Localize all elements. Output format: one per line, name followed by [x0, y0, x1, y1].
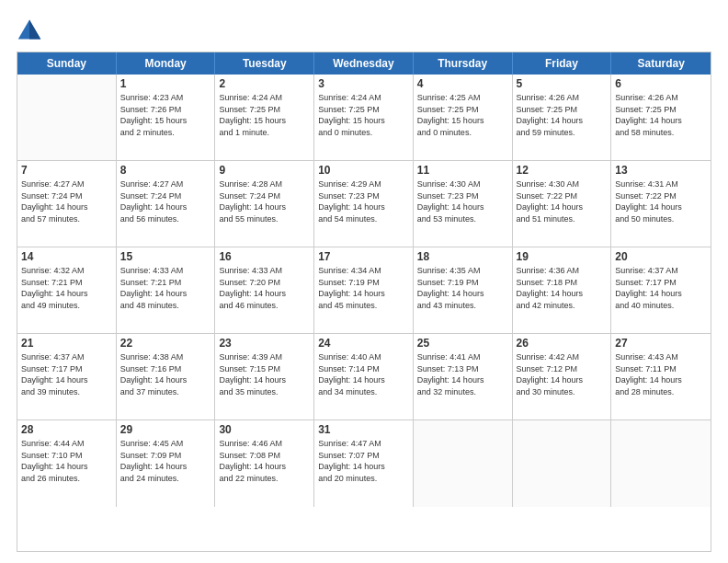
calendar-cell: 5Sunrise: 4:26 AMSunset: 7:25 PMDaylight…: [513, 75, 612, 161]
cell-info-line: Sunset: 7:19 PM: [417, 277, 508, 289]
cell-info-line: Sunset: 7:17 PM: [615, 277, 707, 289]
cell-info-line: Sunrise: 4:23 AM: [120, 92, 211, 104]
day-number: 1: [120, 77, 211, 90]
cell-info-line: and 22 minutes.: [219, 473, 310, 485]
day-number: 13: [615, 164, 707, 177]
cell-info-line: Sunset: 7:25 PM: [219, 104, 310, 116]
cell-info-line: Sunset: 7:07 PM: [318, 450, 409, 462]
cell-info-line: Daylight: 15 hours: [219, 115, 310, 127]
day-number: 6: [615, 77, 707, 90]
day-number: 25: [417, 337, 508, 350]
cell-info-line: Sunset: 7:08 PM: [219, 450, 310, 462]
cell-info-line: Daylight: 14 hours: [219, 374, 310, 386]
cell-info-line: Sunset: 7:24 PM: [120, 190, 211, 202]
calendar-cell: 30Sunrise: 4:46 AMSunset: 7:08 PMDayligh…: [215, 420, 314, 507]
day-number: 18: [417, 250, 508, 263]
day-number: 16: [219, 250, 310, 263]
calendar-cell: 3Sunrise: 4:24 AMSunset: 7:25 PMDaylight…: [314, 75, 414, 161]
calendar-cell: 4Sunrise: 4:25 AMSunset: 7:25 PMDaylight…: [414, 75, 513, 161]
cell-info-line: Sunset: 7:09 PM: [120, 450, 211, 462]
weekday-header: Sunday: [17, 52, 117, 75]
cell-info-line: Daylight: 14 hours: [120, 374, 211, 386]
day-number: 31: [318, 423, 409, 436]
calendar-cell: 8Sunrise: 4:27 AMSunset: 7:24 PMDaylight…: [117, 161, 216, 247]
cell-info-line: and 56 minutes.: [120, 213, 211, 225]
svg-marker-1: [29, 20, 40, 40]
cell-info-line: Daylight: 15 hours: [120, 115, 211, 127]
cell-info-line: Sunset: 7:23 PM: [417, 190, 508, 202]
cell-info-line: Sunrise: 4:43 AM: [615, 351, 707, 363]
cell-info-line: Sunrise: 4:26 AM: [517, 92, 608, 104]
cell-info-line: Sunrise: 4:33 AM: [219, 265, 310, 277]
calendar-cell: 18Sunrise: 4:35 AMSunset: 7:19 PMDayligh…: [414, 247, 513, 334]
day-number: 28: [21, 423, 112, 436]
calendar-cell: [513, 420, 612, 507]
cell-info-line: Sunset: 7:15 PM: [219, 363, 310, 375]
cell-info-line: and 40 minutes.: [615, 300, 707, 312]
cell-info-line: Sunset: 7:24 PM: [21, 190, 112, 202]
cell-info-line: Sunset: 7:20 PM: [219, 277, 310, 289]
cell-info-line: Sunrise: 4:46 AM: [219, 438, 310, 450]
cell-info-line: Sunset: 7:10 PM: [21, 450, 112, 462]
cell-info-line: Sunrise: 4:37 AM: [21, 351, 112, 363]
page: SundayMondayTuesdayWednesdayThursdayFrid…: [0, 0, 728, 563]
day-number: 22: [120, 337, 211, 350]
cell-info-line: Daylight: 14 hours: [615, 374, 707, 386]
cell-info-line: and 1 minute.: [219, 127, 310, 139]
cell-info-line: Sunset: 7:13 PM: [417, 363, 508, 375]
day-number: 27: [615, 337, 707, 350]
cell-info-line: Daylight: 14 hours: [318, 201, 409, 213]
cell-info-line: Sunrise: 4:27 AM: [21, 178, 112, 190]
cell-info-line: Daylight: 14 hours: [615, 201, 707, 213]
day-number: 20: [615, 250, 707, 263]
calendar-cell: 29Sunrise: 4:45 AMSunset: 7:09 PMDayligh…: [117, 420, 216, 507]
cell-info-line: Sunset: 7:25 PM: [615, 104, 707, 116]
cell-info-line: Sunset: 7:19 PM: [318, 277, 409, 289]
cell-info-line: Sunset: 7:18 PM: [517, 277, 608, 289]
day-number: 9: [219, 164, 310, 177]
cell-info-line: Sunrise: 4:32 AM: [21, 265, 112, 277]
cell-info-line: and 43 minutes.: [417, 300, 508, 312]
cell-info-line: Daylight: 14 hours: [318, 288, 409, 300]
cell-info-line: Daylight: 14 hours: [417, 201, 508, 213]
cell-info-line: Daylight: 14 hours: [417, 288, 508, 300]
calendar-cell: 1Sunrise: 4:23 AMSunset: 7:26 PMDaylight…: [117, 75, 216, 161]
weekday-header: Saturday: [611, 52, 711, 75]
cell-info-line: Daylight: 14 hours: [615, 115, 707, 127]
cell-info-line: Sunrise: 4:27 AM: [120, 178, 211, 190]
day-number: 30: [219, 423, 310, 436]
calendar-cell: 28Sunrise: 4:44 AMSunset: 7:10 PMDayligh…: [17, 420, 117, 507]
calendar-cell: 11Sunrise: 4:30 AMSunset: 7:23 PMDayligh…: [414, 161, 513, 247]
cell-info-line: Sunset: 7:12 PM: [517, 363, 608, 375]
cell-info-line: Daylight: 14 hours: [615, 288, 707, 300]
cell-info-line: Sunset: 7:22 PM: [615, 190, 707, 202]
cell-info-line: Sunset: 7:14 PM: [318, 363, 409, 375]
cell-info-line: Sunrise: 4:31 AM: [615, 178, 707, 190]
logo: [17, 17, 46, 42]
weekday-header: Tuesday: [215, 52, 314, 75]
weekday-header: Monday: [117, 52, 216, 75]
cell-info-line: and 30 minutes.: [517, 386, 608, 398]
calendar-cell: 6Sunrise: 4:26 AMSunset: 7:25 PMDaylight…: [611, 75, 711, 161]
cell-info-line: Sunrise: 4:24 AM: [318, 92, 409, 104]
cell-info-line: Sunset: 7:21 PM: [21, 277, 112, 289]
cell-info-line: Sunrise: 4:30 AM: [417, 178, 508, 190]
cell-info-line: and 55 minutes.: [219, 213, 310, 225]
cell-info-line: Daylight: 14 hours: [21, 374, 112, 386]
day-number: 12: [517, 164, 608, 177]
day-number: 21: [21, 337, 112, 350]
cell-info-line: Sunrise: 4:45 AM: [120, 438, 211, 450]
cell-info-line: Daylight: 14 hours: [120, 461, 211, 473]
cell-info-line: Sunset: 7:23 PM: [318, 190, 409, 202]
cell-info-line: Sunrise: 4:33 AM: [120, 265, 211, 277]
day-number: 8: [120, 164, 211, 177]
cell-info-line: and 0 minutes.: [318, 127, 409, 139]
calendar-cell: 9Sunrise: 4:28 AMSunset: 7:24 PMDaylight…: [215, 161, 314, 247]
cell-info-line: Daylight: 14 hours: [517, 201, 608, 213]
cell-info-line: and 24 minutes.: [120, 473, 211, 485]
calendar: SundayMondayTuesdayWednesdayThursdayFrid…: [17, 52, 711, 552]
calendar-cell: 22Sunrise: 4:38 AMSunset: 7:16 PMDayligh…: [117, 334, 216, 420]
cell-info-line: Daylight: 14 hours: [417, 374, 508, 386]
cell-info-line: and 0 minutes.: [417, 127, 508, 139]
cell-info-line: Sunrise: 4:39 AM: [219, 351, 310, 363]
